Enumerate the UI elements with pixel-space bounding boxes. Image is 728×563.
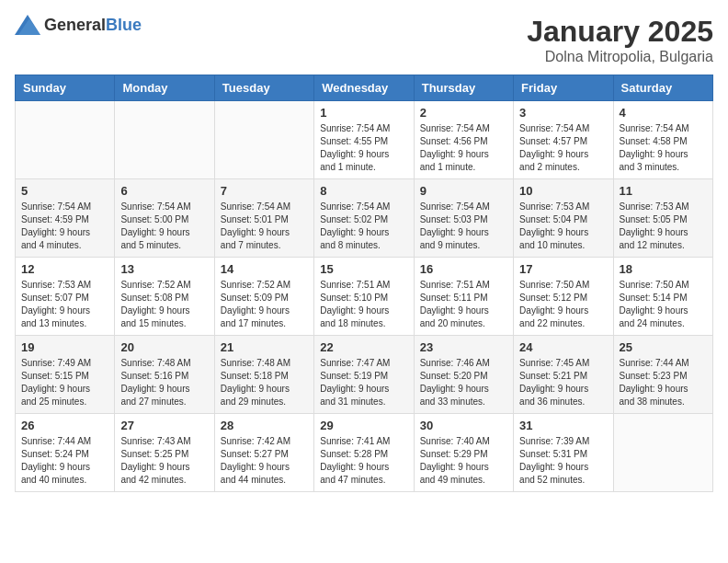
calendar-cell — [16, 101, 115, 179]
logo-text-blue: Blue — [106, 16, 142, 34]
column-header-sunday: Sunday — [16, 75, 115, 101]
day-number: 27 — [120, 419, 208, 432]
day-number: 18 — [620, 262, 707, 276]
calendar-cell: 16Sunrise: 7:51 AM Sunset: 5:11 PM Dayli… — [414, 258, 513, 336]
day-info: Sunrise: 7:44 AM Sunset: 5:23 PM Dayligh… — [620, 357, 707, 408]
day-info: Sunrise: 7:47 AM Sunset: 5:19 PM Dayligh… — [320, 357, 407, 408]
calendar-body: 1Sunrise: 7:54 AM Sunset: 4:55 PM Daylig… — [16, 101, 713, 492]
calendar-cell: 20Sunrise: 7:48 AM Sunset: 5:16 PM Dayli… — [115, 336, 214, 414]
day-number: 17 — [519, 262, 607, 276]
calendar-cell: 15Sunrise: 7:51 AM Sunset: 5:10 PM Dayli… — [314, 258, 414, 336]
day-info: Sunrise: 7:51 AM Sunset: 5:10 PM Dayligh… — [320, 279, 407, 330]
day-number: 21 — [221, 340, 308, 354]
calendar-cell: 29Sunrise: 7:41 AM Sunset: 5:28 PM Dayli… — [314, 414, 414, 492]
calendar-cell: 8Sunrise: 7:54 AM Sunset: 5:02 PM Daylig… — [314, 179, 414, 258]
day-info: Sunrise: 7:49 AM Sunset: 5:15 PM Dayligh… — [21, 357, 108, 408]
calendar-week-3: 12Sunrise: 7:53 AM Sunset: 5:07 PM Dayli… — [16, 258, 713, 336]
calendar-cell: 11Sunrise: 7:53 AM Sunset: 5:05 PM Dayli… — [613, 179, 712, 258]
day-info: Sunrise: 7:54 AM Sunset: 5:00 PM Dayligh… — [120, 201, 208, 252]
calendar-cell — [115, 101, 214, 179]
day-number: 31 — [519, 419, 607, 432]
day-info: Sunrise: 7:46 AM Sunset: 5:20 PM Dayligh… — [420, 357, 507, 408]
day-info: Sunrise: 7:54 AM Sunset: 5:03 PM Dayligh… — [420, 201, 507, 252]
day-number: 7 — [221, 184, 308, 198]
calendar-cell: 14Sunrise: 7:52 AM Sunset: 5:09 PM Dayli… — [214, 258, 313, 336]
day-number: 4 — [620, 106, 707, 120]
calendar-header: SundayMondayTuesdayWednesdayThursdayFrid… — [16, 75, 713, 101]
day-number: 26 — [21, 419, 108, 432]
page-header: GeneralBlue January 2025 Dolna Mitropoli… — [15, 15, 713, 65]
day-number: 8 — [320, 184, 407, 198]
day-info: Sunrise: 7:50 AM Sunset: 5:14 PM Dayligh… — [620, 279, 707, 330]
calendar-cell: 27Sunrise: 7:43 AM Sunset: 5:25 PM Dayli… — [115, 414, 214, 492]
day-number: 6 — [120, 184, 208, 198]
day-info: Sunrise: 7:54 AM Sunset: 4:56 PM Dayligh… — [420, 122, 507, 174]
column-header-monday: Monday — [115, 75, 214, 101]
calendar-cell: 12Sunrise: 7:53 AM Sunset: 5:07 PM Dayli… — [16, 258, 115, 336]
day-info: Sunrise: 7:53 AM Sunset: 5:04 PM Dayligh… — [519, 201, 607, 252]
day-info: Sunrise: 7:44 AM Sunset: 5:24 PM Dayligh… — [21, 435, 108, 487]
calendar-subtitle: Dolna Mitropolia, Bulgaria — [527, 49, 713, 65]
day-number: 1 — [320, 106, 407, 120]
day-info: Sunrise: 7:45 AM Sunset: 5:21 PM Dayligh… — [519, 357, 607, 408]
calendar-cell: 28Sunrise: 7:42 AM Sunset: 5:27 PM Dayli… — [214, 414, 313, 492]
day-info: Sunrise: 7:41 AM Sunset: 5:28 PM Dayligh… — [320, 435, 407, 487]
title-area: January 2025 Dolna Mitropolia, Bulgaria — [527, 15, 713, 65]
day-info: Sunrise: 7:53 AM Sunset: 5:07 PM Dayligh… — [21, 279, 108, 330]
calendar-cell: 6Sunrise: 7:54 AM Sunset: 5:00 PM Daylig… — [115, 179, 214, 258]
calendar-cell: 25Sunrise: 7:44 AM Sunset: 5:23 PM Dayli… — [613, 336, 712, 414]
day-number: 29 — [320, 419, 407, 432]
day-number: 30 — [420, 419, 507, 432]
calendar-cell: 2Sunrise: 7:54 AM Sunset: 4:56 PM Daylig… — [414, 101, 513, 179]
calendar-cell: 22Sunrise: 7:47 AM Sunset: 5:19 PM Dayli… — [314, 336, 414, 414]
calendar-cell: 19Sunrise: 7:49 AM Sunset: 5:15 PM Dayli… — [16, 336, 115, 414]
calendar-cell: 13Sunrise: 7:52 AM Sunset: 5:08 PM Dayli… — [115, 258, 214, 336]
day-info: Sunrise: 7:43 AM Sunset: 5:25 PM Dayligh… — [120, 435, 208, 487]
calendar-cell: 24Sunrise: 7:45 AM Sunset: 5:21 PM Dayli… — [514, 336, 613, 414]
day-info: Sunrise: 7:48 AM Sunset: 5:18 PM Dayligh… — [221, 357, 308, 408]
calendar-table: SundayMondayTuesdayWednesdayThursdayFrid… — [15, 75, 713, 492]
calendar-week-2: 5Sunrise: 7:54 AM Sunset: 4:59 PM Daylig… — [16, 179, 713, 258]
day-info: Sunrise: 7:39 AM Sunset: 5:31 PM Dayligh… — [519, 435, 607, 487]
calendar-cell — [613, 414, 712, 492]
day-number: 25 — [620, 340, 707, 354]
calendar-cell: 1Sunrise: 7:54 AM Sunset: 4:55 PM Daylig… — [314, 101, 414, 179]
calendar-cell: 18Sunrise: 7:50 AM Sunset: 5:14 PM Dayli… — [613, 258, 712, 336]
calendar-cell: 21Sunrise: 7:48 AM Sunset: 5:18 PM Dayli… — [214, 336, 313, 414]
day-number: 22 — [320, 340, 407, 354]
day-number: 13 — [120, 262, 208, 276]
calendar-cell: 26Sunrise: 7:44 AM Sunset: 5:24 PM Dayli… — [16, 414, 115, 492]
day-number: 9 — [420, 184, 507, 198]
calendar-cell: 3Sunrise: 7:54 AM Sunset: 4:57 PM Daylig… — [514, 101, 613, 179]
day-info: Sunrise: 7:54 AM Sunset: 4:57 PM Dayligh… — [519, 122, 607, 174]
calendar-cell: 7Sunrise: 7:54 AM Sunset: 5:01 PM Daylig… — [214, 179, 313, 258]
day-info: Sunrise: 7:54 AM Sunset: 4:55 PM Dayligh… — [320, 122, 407, 174]
column-header-thursday: Thursday — [414, 75, 513, 101]
calendar-cell: 30Sunrise: 7:40 AM Sunset: 5:29 PM Dayli… — [414, 414, 513, 492]
day-info: Sunrise: 7:54 AM Sunset: 4:58 PM Dayligh… — [620, 122, 707, 174]
day-number: 5 — [21, 184, 108, 198]
calendar-cell — [214, 101, 313, 179]
day-info: Sunrise: 7:52 AM Sunset: 5:08 PM Dayligh… — [120, 279, 208, 330]
day-info: Sunrise: 7:40 AM Sunset: 5:29 PM Dayligh… — [420, 435, 507, 487]
calendar-cell: 9Sunrise: 7:54 AM Sunset: 5:03 PM Daylig… — [414, 179, 513, 258]
calendar-cell: 31Sunrise: 7:39 AM Sunset: 5:31 PM Dayli… — [514, 414, 613, 492]
calendar-week-5: 26Sunrise: 7:44 AM Sunset: 5:24 PM Dayli… — [16, 414, 713, 492]
day-info: Sunrise: 7:54 AM Sunset: 5:02 PM Dayligh… — [320, 201, 407, 252]
day-info: Sunrise: 7:50 AM Sunset: 5:12 PM Dayligh… — [519, 279, 607, 330]
day-number: 11 — [620, 184, 707, 198]
day-number: 24 — [519, 340, 607, 354]
calendar-week-1: 1Sunrise: 7:54 AM Sunset: 4:55 PM Daylig… — [16, 101, 713, 179]
day-number: 16 — [420, 262, 507, 276]
day-number: 3 — [519, 106, 607, 120]
day-number: 10 — [519, 184, 607, 198]
calendar-cell: 17Sunrise: 7:50 AM Sunset: 5:12 PM Dayli… — [514, 258, 613, 336]
column-header-tuesday: Tuesday — [214, 75, 313, 101]
day-number: 19 — [21, 340, 108, 354]
day-info: Sunrise: 7:51 AM Sunset: 5:11 PM Dayligh… — [420, 279, 507, 330]
day-info: Sunrise: 7:54 AM Sunset: 5:01 PM Dayligh… — [221, 201, 308, 252]
logo: GeneralBlue — [15, 15, 142, 35]
day-info: Sunrise: 7:53 AM Sunset: 5:05 PM Dayligh… — [620, 201, 707, 252]
logo-icon — [15, 15, 40, 35]
day-number: 23 — [420, 340, 507, 354]
